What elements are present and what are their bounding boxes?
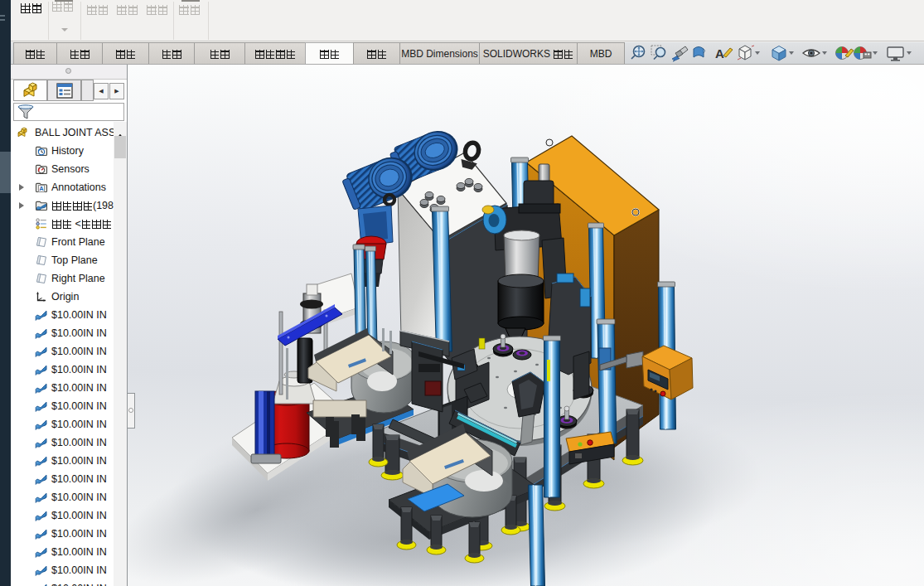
- svg-text:A: A: [39, 185, 44, 192]
- svg-text:A: A: [715, 46, 724, 61]
